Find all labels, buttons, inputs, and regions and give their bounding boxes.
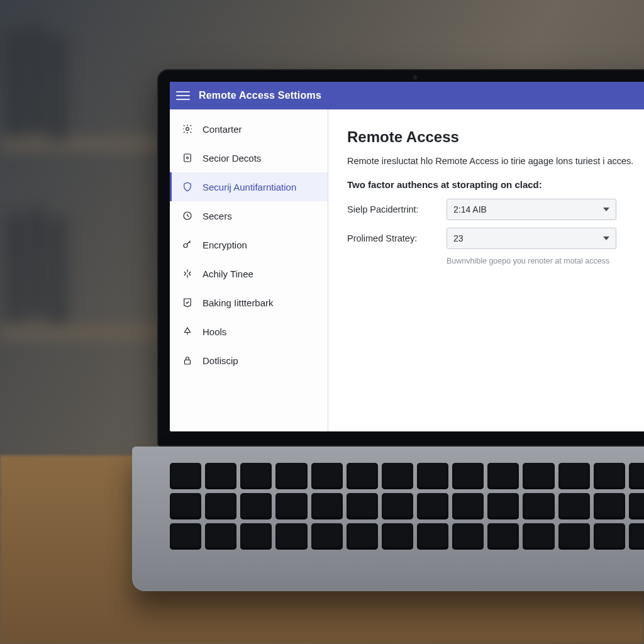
menu-icon[interactable] bbox=[176, 91, 190, 100]
lock-icon bbox=[181, 354, 194, 367]
field-hint: Buwnvhible goepo you renoter at motal ac… bbox=[447, 257, 635, 265]
svg-point-0 bbox=[186, 128, 189, 131]
sidebar-item-dotliscip[interactable]: Dotliscip bbox=[170, 346, 328, 375]
sidebar-item-label: Secior Decots bbox=[203, 153, 261, 164]
svg-point-4 bbox=[184, 244, 187, 248]
field1-value: 2:14 AIB bbox=[453, 204, 487, 214]
field2-value: 23 bbox=[453, 233, 464, 243]
webcam bbox=[413, 75, 418, 80]
sidebar-item-hools[interactable]: Hools bbox=[170, 317, 328, 346]
page-heading: Remote Access bbox=[347, 128, 641, 146]
window-title: Remote Access Settioms bbox=[199, 90, 321, 101]
svg-point-2 bbox=[187, 157, 189, 159]
sidebar-item-label: Hools bbox=[203, 326, 226, 337]
sidebar-item-baking-iitterbark[interactable]: Baking Iittterbark bbox=[170, 288, 328, 317]
check-shield-icon bbox=[181, 296, 194, 309]
section-subheading: Two factor authencs at storapting on cla… bbox=[347, 179, 641, 190]
sidebar-item-label: Baking Iittterbark bbox=[203, 297, 274, 308]
page-description: Remote iresluctat hlo Remote Access io t… bbox=[347, 155, 636, 168]
device-icon bbox=[181, 152, 194, 164]
shield-icon bbox=[181, 180, 194, 193]
form-row-1: Sielp Pacidertrint: 2:14 AIB bbox=[347, 199, 641, 220]
key-icon bbox=[181, 238, 194, 251]
gear-icon bbox=[181, 123, 194, 135]
field1-label: Sielp Pacidertrint: bbox=[347, 204, 435, 214]
field1-select[interactable]: 2:14 AIB bbox=[447, 199, 616, 220]
keyboard bbox=[170, 463, 644, 550]
app-window: Remote Access Settioms Contarter Se bbox=[170, 82, 644, 431]
sidebar-item-secior-decots[interactable]: Secior Decots bbox=[170, 143, 328, 172]
screen-bezel: Remote Access Settioms Contarter Se bbox=[157, 69, 644, 447]
tool-icon bbox=[181, 325, 194, 338]
sidebar-item-label: Achily Tinee bbox=[203, 269, 253, 279]
sidebar: Contarter Secior Decots Securij Auntifar… bbox=[170, 109, 328, 431]
sidebar-item-contarter[interactable]: Contarter bbox=[170, 114, 328, 143]
chevron-down-icon bbox=[603, 208, 609, 211]
sidebar-item-encryption[interactable]: Encryption bbox=[170, 230, 328, 259]
sidebar-item-label: Contarter bbox=[203, 124, 242, 135]
field2-label: Prolimed Stratey: bbox=[347, 233, 435, 243]
svg-rect-5 bbox=[185, 360, 191, 364]
sidebar-item-secers[interactable]: Secers bbox=[170, 201, 328, 230]
sidebar-item-achily-tinee[interactable]: Achily Tinee bbox=[170, 259, 328, 288]
spark-icon bbox=[181, 267, 194, 280]
clock-icon bbox=[181, 209, 194, 222]
chevron-down-icon bbox=[603, 236, 609, 240]
svg-rect-1 bbox=[184, 154, 191, 162]
sidebar-item-label: Secers bbox=[203, 211, 232, 221]
form-row-2: Prolimed Stratey: 23 bbox=[347, 228, 641, 249]
sidebar-item-security-authentication[interactable]: Securij Auntifarntiation bbox=[170, 172, 328, 201]
laptop: Remote Access Settioms Contarter Se bbox=[157, 69, 644, 585]
sidebar-item-label: Encryption bbox=[203, 240, 247, 250]
sidebar-item-label: Dotliscip bbox=[203, 355, 238, 366]
titlebar: Remote Access Settioms bbox=[170, 82, 644, 109]
main-panel: Remote Access Remote iresluctat hlo Remo… bbox=[328, 109, 644, 431]
laptop-keyboard-deck bbox=[132, 447, 644, 591]
sidebar-item-label: Securij Auntifarntiation bbox=[203, 182, 296, 192]
field2-select[interactable]: 23 bbox=[447, 228, 616, 249]
